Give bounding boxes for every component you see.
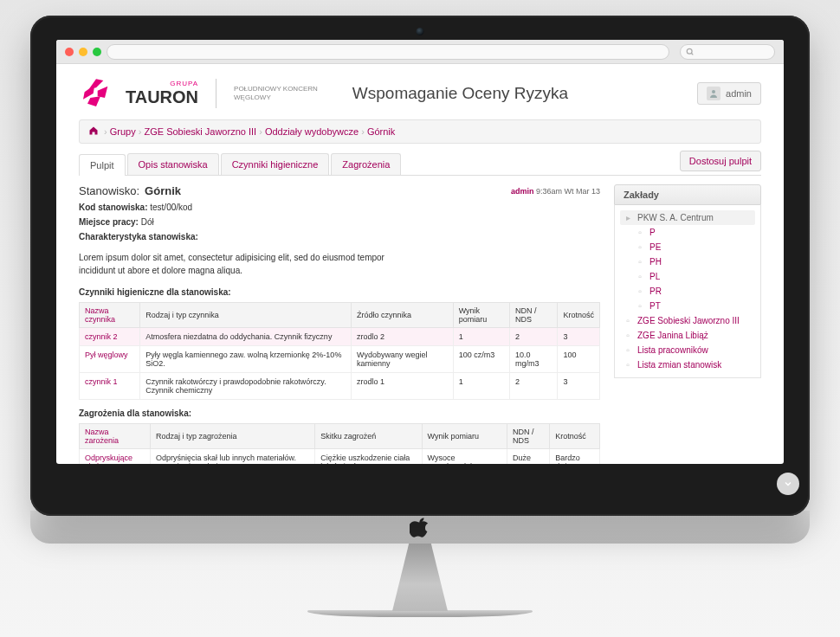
breadcrumb-link[interactable]: Grupy bbox=[110, 126, 136, 137]
avatar-icon bbox=[707, 87, 720, 100]
maximize-window-icon[interactable] bbox=[93, 48, 101, 56]
table-row[interactable]: czynnik 1Czynnik rakotwórczy i prawdopod… bbox=[80, 373, 600, 400]
file-icon: ▫ bbox=[624, 360, 632, 370]
tree-node[interactable]: ▫PH bbox=[620, 254, 755, 269]
tree-node[interactable]: ▫P bbox=[620, 225, 755, 240]
tab-czynniki-higieniczne[interactable]: Czynniki higieniczne bbox=[221, 153, 330, 175]
browser-toolbar bbox=[56, 40, 784, 64]
file-icon: ▫ bbox=[636, 286, 644, 296]
browser-search[interactable] bbox=[680, 44, 775, 60]
tree-node[interactable]: ▫PR bbox=[620, 284, 755, 299]
tabs-row: PulpitOpis stanowiskaCzynniki higieniczn… bbox=[79, 151, 761, 176]
imac-stand bbox=[351, 544, 489, 611]
tree-node[interactable]: ▸PKW S. A. Centrum bbox=[620, 210, 755, 225]
file-icon: ▫ bbox=[636, 242, 644, 252]
hazard-table: Nazwa zarożeniaRodzaj i typ zagrożeniaSk… bbox=[79, 423, 600, 464]
table-row[interactable]: czynnik 2Atmosfera niezdatna do oddychan… bbox=[80, 328, 600, 346]
svg-point-0 bbox=[687, 48, 692, 54]
user-menu[interactable]: admin bbox=[697, 82, 761, 105]
breadcrumb-link[interactable]: Oddziały wydobywcze bbox=[265, 126, 359, 137]
tauron-logo-text: GRUPA TAURON bbox=[126, 80, 198, 106]
imac-foot bbox=[307, 610, 533, 617]
tree-node[interactable]: ▫ZGE Sobieski Jaworzno III bbox=[620, 313, 755, 328]
breadcrumb: › Grupy › ZGE Sobieski Jaworzno III › Od… bbox=[79, 119, 761, 144]
minimize-window-icon[interactable] bbox=[79, 48, 87, 56]
hygiene-heading: Czynniki higieniczne dla stanowiska: bbox=[79, 287, 600, 297]
tauron-logo-icon bbox=[79, 76, 113, 111]
file-icon: ▫ bbox=[624, 331, 632, 340]
hygiene-table: Nazwa czynnikaRodzaj i typ czynnikaŹródł… bbox=[79, 302, 600, 400]
position-code: Kod stanowiska: test/00/kod bbox=[79, 203, 600, 212]
file-icon: ▫ bbox=[624, 345, 632, 355]
camera bbox=[417, 28, 424, 35]
file-icon: ▫ bbox=[636, 301, 644, 311]
facility-tree: ▸PKW S. A. Centrum▫P▫PE▫PH▫PL▫PR▫PT▫ZGE … bbox=[614, 205, 761, 378]
tab-zagrożenia[interactable]: Zagrożenia bbox=[331, 153, 401, 175]
tab-opis-stanowiska[interactable]: Opis stanowiska bbox=[127, 153, 219, 175]
app-title: Wspomaganie Oceny Ryzyka bbox=[352, 84, 685, 103]
page-header: GRUPA TAURON POŁUDNIOWY KONCERNWĘGLOWY W… bbox=[79, 76, 761, 111]
file-icon: ▫ bbox=[624, 316, 632, 325]
home-icon[interactable] bbox=[88, 125, 99, 138]
tree-node[interactable]: ▫ZGE Janina Libiąż bbox=[620, 328, 755, 343]
sidebar-title: Zakłady bbox=[614, 184, 761, 205]
characteristics-label: Charakterystyka stanowiska: bbox=[79, 232, 600, 241]
file-icon: ▫ bbox=[636, 228, 644, 237]
apple-logo-icon bbox=[410, 517, 430, 537]
folder-icon: ▸ bbox=[624, 213, 632, 222]
table-row[interactable]: Pył węglowyPyły węgla kamiennego zaw. wo… bbox=[80, 346, 600, 373]
hazard-heading: Zagrożenia dla stanowiska: bbox=[79, 409, 600, 418]
address-bar[interactable] bbox=[107, 44, 669, 60]
table-row[interactable]: Odpryskujące skałyOdpryśnięcia skał lub … bbox=[80, 449, 600, 465]
scroll-down-icon[interactable] bbox=[777, 473, 799, 495]
tree-node[interactable]: ▫PL bbox=[620, 269, 755, 284]
breadcrumb-link[interactable]: ZGE Sobieski Jaworzno III bbox=[144, 126, 256, 137]
breadcrumb-link[interactable]: Górnik bbox=[367, 126, 395, 137]
tab-pulpit[interactable]: Pulpit bbox=[79, 154, 126, 176]
logo-tagline: POŁUDNIOWY KONCERNWĘGLOWY bbox=[234, 85, 318, 102]
svg-point-1 bbox=[712, 90, 715, 93]
workplace: Miejsce pracy: Dół bbox=[79, 217, 600, 227]
characteristics-text: Lorem ipsum dolor sit amet, consectetur … bbox=[79, 252, 408, 277]
tree-node[interactable]: ▫Lista zmian stanowisk bbox=[620, 357, 755, 372]
file-icon: ▫ bbox=[636, 257, 644, 267]
close-window-icon[interactable] bbox=[65, 48, 74, 56]
tree-node[interactable]: ▫Lista pracowników bbox=[620, 343, 755, 357]
customize-dashboard-button[interactable]: Dostosuj pulpit bbox=[680, 151, 761, 171]
tree-node[interactable]: ▫PT bbox=[620, 299, 755, 313]
tree-node[interactable]: ▫PE bbox=[620, 240, 755, 254]
file-icon: ▫ bbox=[636, 272, 644, 281]
